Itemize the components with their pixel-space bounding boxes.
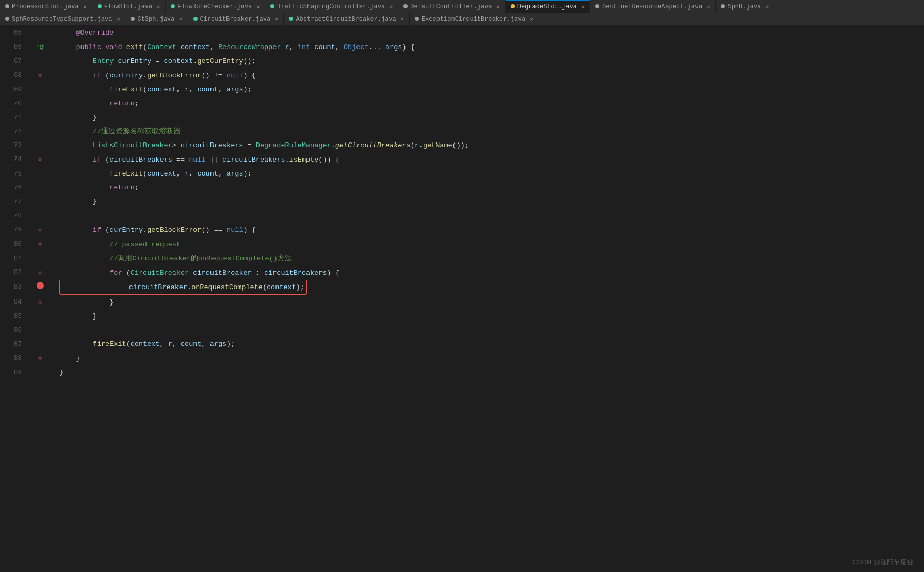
gutter-78 [26,209,54,223]
line-number-75: 75 [5,167,26,181]
tab-close-DegradeSlot[interactable]: ✕ [581,4,585,10]
tab-close-FlowRuleChecker[interactable]: ✕ [256,4,260,10]
tab-label-DegradeSlot: DegradeSlot.java [517,3,577,10]
line-number-72: 72 [5,124,26,138]
tab-label-CircuitBreaker: CircuitBreaker.java [200,15,271,23]
tab-DegradeSlot[interactable]: DegradeSlot.java ✕ [506,0,590,13]
line-66: 66↑@ public void exit(Context context, R… [5,40,924,54]
code-cell-75: fireExit(context, r, count, args); [54,167,924,181]
line-84: 84◇ } [5,295,924,309]
diamond-icon-88: ◇ [38,355,42,361]
gutter-88: ◇ [26,351,54,366]
tab-close-DefaultController[interactable]: ✕ [497,4,500,10]
code-container: 65 @Override66↑@ public void exit(Contex… [0,26,924,570]
tab-close-SphU[interactable]: ✕ [766,4,769,10]
line-number-78: 78 [5,209,26,223]
line-number-89: 89 [5,366,26,379]
svg-point-8 [5,17,9,21]
gutter-66: ↑@ [26,40,54,54]
gutter-74: ◇ [26,152,54,167]
tab-close-TrafficShapingController[interactable]: ✕ [390,4,393,10]
tab-CircuitBreaker[interactable]: CircuitBreaker.java ✕ [188,13,284,25]
tab-close-ExceptionCircuitBreaker[interactable]: ✕ [530,16,533,22]
tab-dot-ProcessorSlot [5,3,9,10]
code-cell-89: } [54,366,924,379]
gutter-86 [26,323,54,337]
tab-ProcessorSlot[interactable]: ProcessorSlot.java ✕ [0,0,92,13]
code-cell-79: if (curEntry.getBlockError() == null) { [54,223,924,237]
highlight-box: circuitBreaker.onRequestComplete(context… [59,280,307,295]
line-78: 78 [5,209,924,223]
gutter-84: ◇ [26,295,54,309]
gutter-85 [26,309,54,323]
tab-close-FlowSlot[interactable]: ✕ [157,4,160,10]
diamond-icon-84: ◇ [38,299,42,305]
tab-SentinelResourceAspect[interactable]: SentinelResourceAspect.java ✕ [590,0,716,13]
tab-label-TrafficShapingController: TrafficShapingController.java [277,3,385,10]
line-number-85: 85 [5,309,26,323]
tab-close-AbstractCircuitBreaker[interactable]: ✕ [401,16,404,22]
tab-ExceptionCircuitBreaker[interactable]: ExceptionCircuitBreaker.java ✕ [410,13,539,25]
line-number-83: 83 [5,280,26,295]
gutter-79: ◇ [26,223,54,237]
tab-label-CtSph: CtSph.java [137,15,174,23]
line-number-88: 88 [5,351,26,366]
tab-dot-FlowSlot [98,3,102,10]
svg-point-2 [171,4,175,8]
code-cell-71: } [54,110,924,124]
tab-DefaultController[interactable]: DefaultController.java ✕ [398,0,505,13]
line-74: 74◇ if (circuitBreakers == null || circu… [5,152,924,167]
line-87: 87 fireExit(context, r, count, args); [5,337,924,351]
line-83: 83 circuitBreaker.onRequestComplete(cont… [5,280,924,295]
watermark: CSDN @渔阳节度使 [852,558,914,567]
tab-label-FlowRuleChecker: FlowRuleChecker.java [177,3,252,10]
tab-dot-ExceptionCircuitBreaker [415,15,419,23]
code-cell-77: } [54,195,924,209]
breakpoint-icon-83[interactable] [37,282,44,289]
svg-point-6 [595,4,599,8]
code-cell-68: if (curEntry.getBlockError() != null) { [54,68,924,83]
tab-label-DefaultController: DefaultController.java [410,3,492,10]
tab-close-SentinelResourceAspect[interactable]: ✕ [707,4,710,10]
tab-close-CircuitBreaker[interactable]: ✕ [275,16,278,22]
line-88: 88◇ } [5,351,924,366]
code-cell-72: //通过资源名称获取熔断器 [54,124,924,138]
tab-AbstractCircuitBreaker[interactable]: AbstractCircuitBreaker.java ✕ [284,13,409,25]
at-icon: @ [40,43,44,51]
tab-close-SphResourceTypeSupport[interactable]: ✕ [117,16,120,22]
line-86: 86 [5,323,924,337]
tab-dot-CircuitBreaker [193,15,198,23]
code-cell-73: List<CircuitBreaker> circuitBreakers = D… [54,138,924,152]
line-70: 70 return; [5,97,924,110]
tab-SphU[interactable]: SphU.java ✕ [716,0,774,13]
svg-point-12 [415,17,419,21]
code-cell-78 [54,209,924,223]
line-79: 79◇ if (curEntry.getBlockError() == null… [5,223,924,237]
gutter-72 [26,124,54,138]
tab-TrafficShapingController[interactable]: TrafficShapingController.java ✕ [265,0,398,13]
code-cell-69: fireExit(context, r, count, args); [54,83,924,97]
line-67: 67 Entry curEntry = context.getCurEntry(… [5,54,924,68]
tab-label-ExceptionCircuitBreaker: ExceptionCircuitBreaker.java [422,15,526,23]
tab-close-ProcessorSlot[interactable]: ✕ [84,4,87,10]
tab-label-SentinelResourceAspect: SentinelResourceAspect.java [602,3,702,10]
tab-FlowSlot[interactable]: FlowSlot.java ✕ [92,0,166,13]
tab-FlowRuleChecker[interactable]: FlowRuleChecker.java ✕ [166,0,265,13]
code-cell-74: if (circuitBreakers == null || circuitBr… [54,152,924,167]
line-77: 77 } [5,195,924,209]
diamond-icon-80: ◇ [38,241,42,247]
tab-dot-AbstractCircuitBreaker [289,15,293,23]
code-cell-76: return; [54,181,924,195]
diamond-icon-74: ◇ [38,156,42,163]
code-cell-85: } [54,309,924,323]
tab-close-CtSph[interactable]: ✕ [179,16,182,22]
tab-SphResourceTypeSupport[interactable]: SphResourceTypeSupport.java ✕ [0,13,125,25]
code-cell-65: @Override [54,26,924,40]
code-cell-80: // passed request [54,237,924,251]
line-85: 85 } [5,309,924,323]
gutter-80: ◇ [26,237,54,251]
line-75: 75 fireExit(context, r, count, args); [5,167,924,181]
code-content[interactable]: 65 @Override66↑@ public void exit(Contex… [0,26,924,570]
svg-point-5 [511,4,515,8]
tab-CtSph[interactable]: CtSph.java ✕ [125,13,188,25]
